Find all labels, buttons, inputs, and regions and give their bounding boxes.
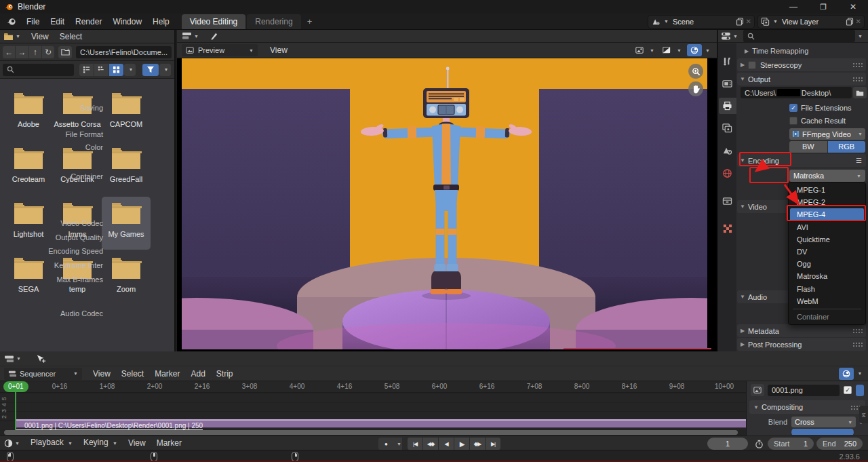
drag-handle-icon[interactable] <box>852 77 863 81</box>
dropdown-item-ogg[interactable]: Ogg <box>790 258 864 270</box>
next-keyframe-button[interactable]: ◆▶ <box>470 438 485 450</box>
sequencer-overlays-dropdown[interactable]: ▼ <box>854 368 864 380</box>
blender-app-menu-icon[interactable] <box>6 17 17 26</box>
panel-post-processing[interactable]: ▶ Post Processing <box>737 338 866 351</box>
footer-menu-marker[interactable]: Marker <box>151 436 187 450</box>
workspace-tab-rendering[interactable]: Rendering <box>247 14 300 29</box>
preview-menu-view[interactable]: View <box>264 43 293 58</box>
file-format-dropdown[interactable]: FFmpeg Video ▼ <box>789 128 865 140</box>
browse-folder-button[interactable] <box>853 87 867 98</box>
view-layer-selector[interactable]: ▼ View Layer ✕ <box>757 15 865 28</box>
filter-settings-dropdown[interactable]: ▼ <box>159 64 171 76</box>
folder-item[interactable]: Zoom <box>102 252 151 305</box>
sequencer-menu-marker[interactable]: Marker <box>149 366 185 381</box>
file-browser-editor-type-icon[interactable] <box>3 33 14 41</box>
timeline-ruler[interactable]: 0+16 1+08 2+00 2+16 3+08 4+00 4+16 5+08 … <box>0 381 868 393</box>
drag-handle-icon[interactable] <box>852 62 863 67</box>
filebrowser-menu-view[interactable]: View <box>26 29 54 44</box>
pan-view-button[interactable] <box>688 81 703 96</box>
image-strip[interactable]: 0001.png | C:\Users\Felino\Desktop\Rende… <box>16 419 868 428</box>
scene-name[interactable]: Scene <box>673 18 736 26</box>
forward-button[interactable]: → <box>16 46 28 58</box>
strip-name-field[interactable]: 0001.png <box>768 385 840 396</box>
file-extensions-checkbox[interactable]: ✓ <box>789 104 797 112</box>
play-button[interactable]: ▶ <box>454 438 469 450</box>
panel-metadata[interactable]: ▶ Metadata <box>737 324 866 337</box>
panel-stereoscopy[interactable]: ▶ Stereoscopy <box>737 58 866 71</box>
move-tool-icon[interactable] <box>36 354 47 364</box>
container-dropdown-button[interactable]: Matroska ▼ <box>789 170 865 182</box>
folder-item[interactable]: GreedFall <box>102 142 151 195</box>
panel-time-remapping[interactable]: ▶Time Remapping <box>741 45 866 57</box>
dropdown-item-mpeg2[interactable]: MPEG-2 <box>790 196 864 208</box>
display-channels-dropdown[interactable]: ▼ <box>646 44 656 56</box>
properties-search-input[interactable] <box>743 30 855 42</box>
up-directory-button[interactable]: ↑ <box>29 46 41 58</box>
back-button[interactable]: ← <box>3 46 15 58</box>
create-directory-button[interactable]: + <box>58 46 72 58</box>
tab-render[interactable] <box>719 75 736 92</box>
auto-keying-record-button[interactable]: ● <box>378 438 393 450</box>
tab-output[interactable] <box>719 98 736 114</box>
color-rgb-button[interactable]: RGB <box>828 141 866 153</box>
menu-edit[interactable]: Edit <box>45 14 70 29</box>
duplicate-scene-icon[interactable] <box>736 18 744 26</box>
drag-handle-icon[interactable] <box>852 328 863 333</box>
overlays-toggle-button[interactable] <box>687 44 702 56</box>
use-preview-range-icon[interactable] <box>755 440 764 448</box>
dropdown-item-flash[interactable]: Flash <box>790 283 864 295</box>
filebrowser-menu-select[interactable]: Select <box>54 29 87 44</box>
dropdown-item-mpeg1[interactable]: MPEG-1 <box>790 184 864 196</box>
minimize-button[interactable]: — <box>778 0 808 14</box>
sequencer-menu-view[interactable]: View <box>87 366 116 381</box>
display-settings-dropdown[interactable]: ▼ <box>124 64 136 76</box>
prev-keyframe-button[interactable]: ◀◆ <box>423 438 438 450</box>
dropdown-item-matroska[interactable]: Matroska <box>790 270 864 282</box>
view-layer-name[interactable]: View Layer <box>782 18 846 26</box>
dropdown-item-avi[interactable]: AVI <box>790 221 864 233</box>
tab-object[interactable] <box>719 193 736 209</box>
preview-editor-type-icon[interactable] <box>182 32 192 40</box>
panel-compositing[interactable]: ▼ Compositing <box>749 400 865 414</box>
strip-mute-checkbox[interactable]: ✓ <box>844 386 852 394</box>
render-preview-canvas[interactable] <box>182 58 707 349</box>
add-workspace-button[interactable]: + <box>301 16 319 26</box>
dropdown-item-dv[interactable]: DV <box>790 246 864 258</box>
presets-menu-icon[interactable]: ☰ <box>856 157 862 164</box>
unlink-layer-icon[interactable]: ✕ <box>856 18 861 25</box>
scene-selector[interactable]: ▼ Scene ✕ <box>648 15 755 28</box>
output-path-field[interactable]: C:\Users\ Desktop\ <box>741 87 852 98</box>
display-channels-button[interactable] <box>633 44 646 56</box>
start-frame-field[interactable]: Start 1 <box>768 438 814 450</box>
directory-path-field[interactable]: C:\Users\Felino\Docume... <box>76 46 172 58</box>
drag-handle-icon[interactable] <box>852 342 863 347</box>
stereoscopy-checkbox[interactable] <box>748 61 756 69</box>
sequencer-view-type-dropdown[interactable]: Sequencer ▼ <box>4 368 82 380</box>
footer-menu-playback[interactable]: Playback ▼ <box>25 435 78 451</box>
opacity-slider-partial[interactable] <box>791 429 854 435</box>
jump-to-start-button[interactable]: |◀ <box>408 438 422 450</box>
color-alpha-dropdown[interactable]: ▼ <box>673 44 683 56</box>
tab-scene[interactable] <box>719 142 736 159</box>
display-vertical-list-button[interactable] <box>79 64 94 76</box>
annotate-tool-icon[interactable] <box>210 32 218 41</box>
sequencer-menu-strip[interactable]: Strip <box>211 366 239 381</box>
footer-menu-keying[interactable]: Keying ▼ <box>78 435 123 451</box>
overlays-dropdown[interactable]: ▼ <box>702 44 711 56</box>
horizontal-scrollbar[interactable] <box>4 430 738 435</box>
properties-options-dropdown[interactable]: ▼ <box>858 34 863 39</box>
folder-item-selected[interactable]: My Games <box>102 197 151 250</box>
sequencer-overlays-toggle[interactable] <box>839 368 854 380</box>
unlink-scene-icon[interactable]: ✕ <box>746 18 751 25</box>
menu-window[interactable]: Window <box>107 14 147 29</box>
dropdown-item-quicktime[interactable]: Quicktime <box>790 233 864 246</box>
refresh-button[interactable]: ↻ <box>42 46 54 58</box>
color-bw-button[interactable]: BW <box>789 141 827 153</box>
footer-menu-view[interactable]: View <box>123 436 151 450</box>
panel-encoding[interactable]: ▼ Encoding ☰ <box>737 154 866 167</box>
display-thumbnails-button[interactable] <box>109 64 123 76</box>
folder-item[interactable]: CAPCOM <box>102 87 151 140</box>
sequencer-menu-add[interactable]: Add <box>186 366 211 381</box>
tab-world[interactable] <box>719 165 736 181</box>
sidebar-scroll-thumb[interactable] <box>856 385 864 396</box>
